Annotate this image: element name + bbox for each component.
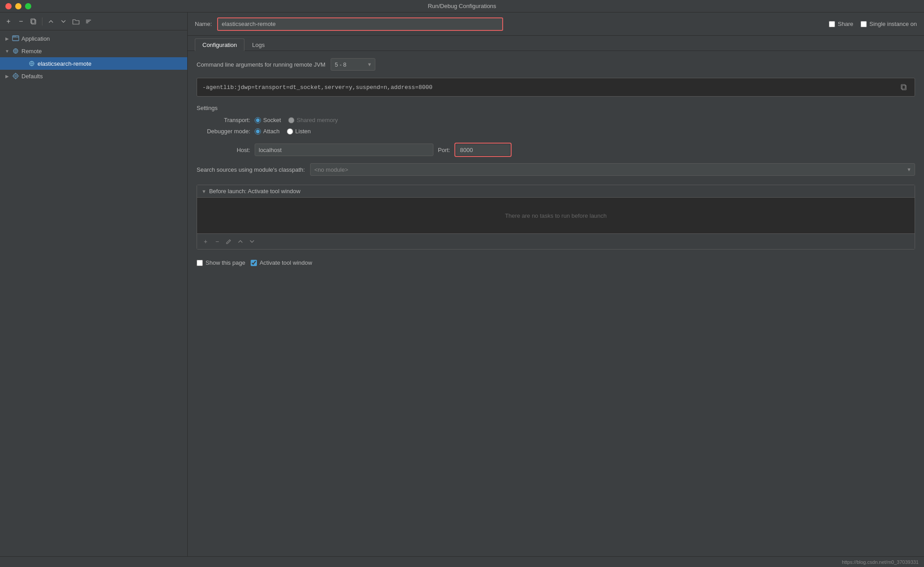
main-layout: + − [0,13,924,567]
activate-tool-checkbox[interactable] [251,260,257,266]
single-instance-label: Single instance on [869,21,917,27]
name-input[interactable] [217,17,503,31]
remote-icon [12,47,20,55]
show-page-checkbox[interactable] [197,260,203,266]
content-header: Name: Share Single instance on [188,13,924,36]
toolbar-separator [42,17,42,25]
before-launch-toolbar: + − [197,233,915,249]
module-label: Search sources using module's classpath: [197,166,305,173]
before-launch-title: Before launch: Activate tool window [209,188,301,195]
no-tasks-text: There are no tasks to run before launch [505,212,607,219]
activate-tool-checkbox-item[interactable]: Activate tool window [251,259,312,266]
bottom-row: Show this page Activate tool window [197,256,915,266]
transport-row: Transport: Socket Shared memory [197,117,915,123]
tree-label-defaults: Defaults [21,73,43,80]
transport-label: Transport: [197,117,250,123]
bl-up-button[interactable] [235,237,245,246]
before-launch-section: ▼ Before launch: Activate tool window Th… [197,185,915,250]
title-bar: Run/Debug Configurations [0,0,924,13]
shared-memory-radio-item[interactable]: Shared memory [288,117,338,123]
add-config-button[interactable]: + [4,17,13,26]
maximize-button[interactable] [25,3,31,9]
status-bar: https://blog.csdn.net/m0_37039331 [0,556,924,567]
before-launch-header[interactable]: ▼ Before launch: Activate tool window [197,185,915,198]
socket-radio-item[interactable]: Socket [255,117,281,123]
folder-button[interactable] [71,17,81,26]
show-page-checkbox-item[interactable]: Show this page [197,259,245,266]
tree-item-elasticsearch-remote[interactable]: elasticsearch-remote [0,57,187,70]
es-remote-icon [28,59,36,68]
activate-tool-label: Activate tool window [260,259,312,266]
bl-add-button[interactable]: + [201,237,210,246]
socket-radio[interactable] [255,117,261,123]
up-button[interactable] [46,17,56,26]
single-instance-wrapper: Single instance on [861,21,917,27]
tree-label-application: Application [21,35,50,42]
settings-grid: Transport: Socket Shared memory [197,117,915,135]
jvm-version-select[interactable]: 5 - 8 9+ [331,58,375,71]
module-row: Search sources using module's classpath:… [197,163,915,176]
tree-arrow-application: ▶ [4,35,11,42]
bl-down-button[interactable] [247,237,257,246]
minimize-button[interactable] [15,3,21,9]
attach-radio-item[interactable]: Attach [255,128,280,135]
tab-logs[interactable]: Logs [244,38,272,51]
tab-configuration[interactable]: Configuration [195,38,244,51]
before-launch-arrow-icon: ▼ [202,189,206,194]
listen-radio-item[interactable]: Listen [287,128,311,135]
window-controls [5,3,31,9]
single-instance-checkbox[interactable] [861,21,867,27]
port-input[interactable] [456,144,510,155]
shared-memory-label: Shared memory [297,117,338,123]
svg-point-4 [15,36,16,37]
header-right: Share Single instance on [829,21,917,27]
sort-button[interactable] [84,17,93,26]
tree-item-remote[interactable]: ▼ Remote [0,45,187,57]
jvm-version-wrapper: 5 - 8 9+ ▼ [331,58,375,71]
debugger-mode-radio-group: Attach Listen [255,128,311,135]
host-input[interactable] [255,144,433,156]
svg-point-3 [13,36,14,37]
tree-item-defaults[interactable]: ▶ Defaults [0,70,187,82]
svg-point-8 [15,75,17,77]
debugger-mode-row: Debugger mode: Attach Listen [197,128,915,135]
name-label: Name: [195,21,212,27]
tree-item-application[interactable]: ▶ Application [0,32,187,45]
agent-string-box: -agentlib:jdwp=transport=dt_socket,serve… [197,78,915,97]
share-checkbox[interactable] [829,21,835,27]
listen-label: Listen [295,128,311,135]
attach-radio[interactable] [255,128,261,135]
sidebar-toolbar: + − [0,13,187,30]
shared-memory-radio[interactable] [288,117,294,123]
share-label: Share [838,21,853,27]
defaults-icon [12,72,20,80]
tree-arrow-defaults: ▶ [4,72,11,80]
tree-arrow-es [20,60,27,67]
host-label: Host: [197,147,250,153]
remove-config-button[interactable]: − [16,17,26,26]
cmd-label: Command line arguments for running remot… [197,61,325,68]
copy-config-button[interactable] [29,17,38,26]
tabs-bar: Configuration Logs [188,36,924,51]
share-wrapper: Share [829,21,853,27]
socket-label: Socket [263,117,281,123]
listen-radio[interactable] [287,128,293,135]
down-button[interactable] [59,17,68,26]
content-area: Name: Share Single instance on Configura… [188,13,924,567]
module-select[interactable]: <no module> [310,163,915,176]
status-url: https://blog.csdn.net/m0_37039331 [842,559,919,565]
close-button[interactable] [5,3,12,9]
bl-remove-button[interactable]: − [212,237,222,246]
show-page-label: Show this page [206,259,245,266]
bl-edit-button[interactable] [224,237,234,246]
svg-rect-2 [13,36,19,41]
tree-arrow-remote: ▼ [4,47,11,55]
tree-label-es-remote: elasticsearch-remote [38,60,92,67]
port-input-wrapper [454,143,512,157]
svg-point-7 [13,74,18,78]
copy-agent-button[interactable] [899,82,909,93]
transport-radio-group: Socket Shared memory [255,117,338,123]
settings-title: Settings [197,105,915,111]
cmd-row: Command line arguments for running remot… [197,58,915,71]
application-icon [12,34,20,42]
